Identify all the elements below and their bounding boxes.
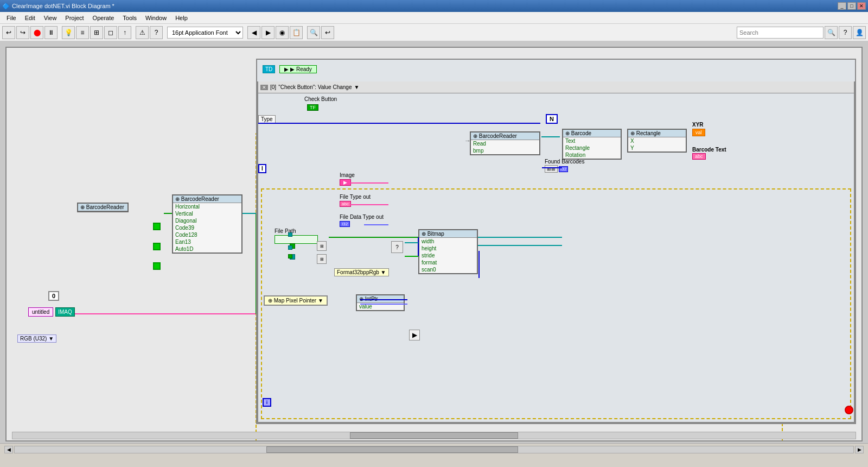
image-indicator[interactable]: ▶: [340, 179, 351, 186]
found-barcodes-label: Found Barcodes: [545, 159, 584, 165]
user-icon[interactable]: 👤: [853, 26, 866, 39]
search-button[interactable]: 🔍: [825, 26, 838, 39]
barcode-text-indicator: abc: [692, 153, 706, 160]
scroll-thumb[interactable]: [350, 432, 519, 439]
app-icon: 🔷: [2, 3, 10, 10]
undo-button[interactable]: ↩: [321, 26, 334, 39]
scroll-left[interactable]: ◀: [4, 446, 13, 453]
barcode-reader-center-block[interactable]: ⊕ BarcodeReader Horizontal Vertical Diag…: [172, 194, 242, 254]
y-row: Y: [628, 144, 686, 152]
type-label-box: Type: [258, 115, 276, 123]
minimize-button[interactable]: _: [838, 2, 846, 10]
statusbar: ◀ ▶: [0, 443, 868, 455]
titlebar-title: 🔷 ClearImage dotNET.vi Block Diagram *: [2, 3, 114, 10]
run-button[interactable]: ↩: [2, 26, 15, 39]
rectangle-block[interactable]: ⊕ Rectangle X Y: [627, 129, 687, 153]
barcode-rectangle-row: Rectangle: [563, 144, 621, 152]
junction-2: [288, 245, 292, 250]
context-help-button[interactable]: ?: [150, 26, 163, 39]
found-barcodes-node[interactable]: ⊞⊞ I32: [545, 165, 568, 173]
junction-3: [288, 254, 292, 258]
warn-button[interactable]: ⚠: [136, 26, 149, 39]
reorder-button[interactable]: 📋: [290, 26, 303, 39]
barcode-header: ⊕ Barcode: [563, 130, 621, 137]
rectangle-header: ⊕ Rectangle: [628, 130, 686, 137]
connector-box-1: ⊞: [317, 241, 327, 251]
bool-ind-2: [153, 243, 161, 250]
event-label: [0]: [270, 84, 276, 90]
row-ean13: Ean13: [173, 238, 241, 245]
retain-button[interactable]: ≡: [76, 26, 89, 39]
i-indicator: I: [258, 164, 266, 173]
status-scrollbar[interactable]: [14, 446, 854, 453]
bool-ind-1: [153, 223, 161, 230]
stop-terminal: [845, 406, 853, 414]
scroll-right[interactable]: ▶: [855, 446, 864, 453]
x-row: X: [628, 137, 686, 144]
titlebar-controls: _ □ ✕: [838, 2, 866, 10]
frame-icon: TD: [263, 65, 275, 73]
maximize-button[interactable]: □: [847, 2, 856, 10]
event-icon: ✕: [260, 85, 268, 90]
toolbar-right: 🔍 ? 👤: [737, 26, 866, 39]
step-into-button[interactable]: ⊞: [90, 26, 103, 39]
event-arrow[interactable]: ▼: [354, 84, 359, 90]
toolbar: ↩ ↪ ⬤ ⏸ 💡 ≡ ⊞ ◻ ↑ ⚠ ? 16pt Application F…: [0, 24, 868, 41]
zero-constant: 0: [48, 291, 59, 301]
align-button[interactable]: ◀: [247, 26, 260, 39]
menu-edit[interactable]: Edit: [21, 14, 40, 22]
close-button[interactable]: ✕: [857, 2, 866, 10]
highlight-button[interactable]: 💡: [62, 26, 75, 39]
menu-file[interactable]: File: [2, 14, 21, 22]
diagram-canvas[interactable]: untitled IMAQ RGB (U32) ▼ 0 ⊕ BarcodeRea…: [5, 47, 863, 441]
untitled-control[interactable]: untitled: [28, 307, 53, 317]
block-header-left: ⊕ BarcodeReader: [78, 204, 127, 211]
menu-help[interactable]: Help: [171, 14, 192, 22]
barcode-reader-right-block[interactable]: ⊕ BarcodeReader Read bmp: [470, 131, 540, 155]
menu-operate[interactable]: Operate: [88, 14, 119, 22]
step-over-button[interactable]: ◻: [104, 26, 117, 39]
xyr-indicator: val: [692, 129, 705, 136]
read-row: Read: [471, 140, 539, 147]
check-button-tf[interactable]: TF: [307, 104, 318, 111]
abort-button[interactable]: ⬤: [30, 26, 43, 39]
image-label: Image: [340, 172, 355, 178]
horizontal-scrollbar[interactable]: [12, 432, 856, 439]
menu-view[interactable]: View: [40, 14, 61, 22]
barcode-text-label: Barcode Text: [692, 147, 726, 153]
menu-tools[interactable]: Tools: [118, 14, 141, 22]
block-header-center: ⊕ BarcodeReader: [173, 195, 241, 203]
start-terminal: i: [263, 398, 271, 407]
bmp-row: bmp: [471, 147, 539, 154]
menu-project[interactable]: Project: [61, 14, 88, 22]
diagram-frame: TD ▶ ▶ Ready ✕ [0] "Check Button": Value…: [256, 59, 856, 424]
xyr-label: XYR: [692, 122, 704, 128]
rotation-row: Rotation: [563, 152, 621, 159]
row-diagonal: Diagonal: [173, 217, 241, 224]
run-continuously-button[interactable]: ↪: [16, 26, 29, 39]
menubar: File Edit View Project Operate Tools Win…: [0, 12, 868, 24]
zoom-in-button[interactable]: 🔍: [307, 26, 320, 39]
loop-inner: [261, 188, 851, 419]
help-button[interactable]: ?: [839, 26, 852, 39]
step-out-button[interactable]: ↑: [118, 26, 131, 39]
search-input[interactable]: [737, 27, 824, 39]
question-node: ?: [391, 241, 403, 253]
ready-indicator[interactable]: ▶ ▶ Ready: [279, 65, 316, 73]
resize-button[interactable]: ◉: [276, 26, 289, 39]
barcode-reader-left-block[interactable]: ⊕ BarcodeReader: [77, 203, 129, 212]
row-code39: Code39: [173, 224, 241, 231]
menu-window[interactable]: Window: [141, 14, 171, 22]
n-indicator: N: [546, 114, 558, 124]
distribute-button[interactable]: ▶: [261, 26, 275, 39]
row-vertical: Vertical: [173, 210, 241, 217]
text-row: Text: [563, 137, 621, 144]
barcode-block[interactable]: ⊕ Barcode Text Rectangle Rotation: [562, 129, 622, 160]
pause-button[interactable]: ⏸: [44, 26, 58, 39]
bool-ind-3: [153, 262, 161, 270]
font-selector[interactable]: 16pt Application Font: [167, 27, 243, 39]
window-title: ClearImage dotNET.vi Block Diagram *: [12, 3, 114, 9]
titlebar: 🔷 ClearImage dotNET.vi Block Diagram * _…: [0, 0, 868, 12]
block-header-right: ⊕ BarcodeReader: [471, 132, 539, 140]
row-code128: Code128: [173, 231, 241, 238]
